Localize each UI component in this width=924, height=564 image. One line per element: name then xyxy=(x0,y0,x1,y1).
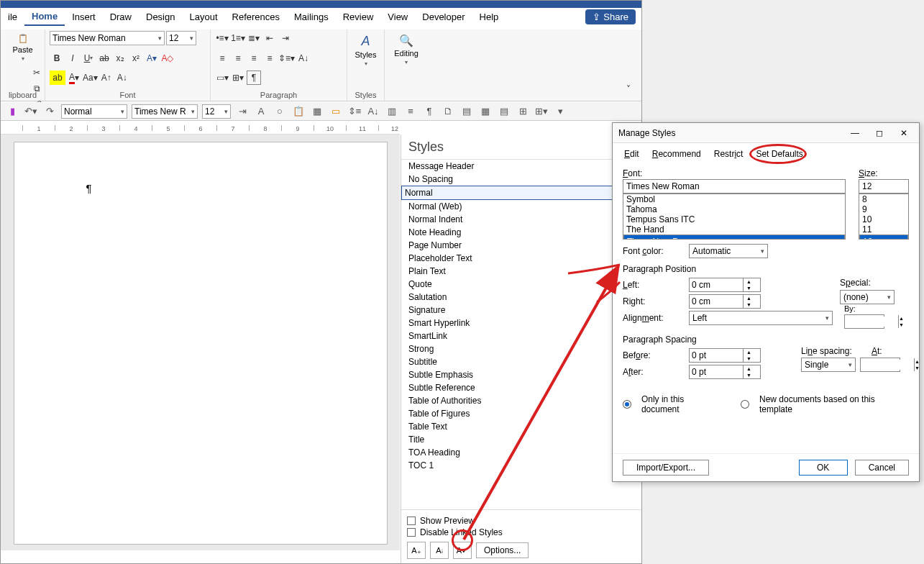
qat-layout-icon[interactable]: ⊞ xyxy=(516,104,530,119)
style-item[interactable]: Title¶a xyxy=(401,433,641,446)
style-item[interactable]: Normal (Web)¶ xyxy=(401,200,641,213)
font-option[interactable]: The Hand xyxy=(623,224,845,235)
style-item[interactable]: Subtle Emphasisa xyxy=(401,368,641,381)
styles-list[interactable]: Message Header¶aNo Spacing¶Normal¶Normal… xyxy=(401,160,641,509)
size-listbox[interactable]: 89101112 xyxy=(859,194,909,240)
show-marks-button[interactable]: ¶ xyxy=(247,70,261,85)
redo-button[interactable]: ↷ xyxy=(42,104,57,119)
manage-styles-button[interactable]: A✓ xyxy=(453,542,472,559)
superscript-button[interactable]: x² xyxy=(129,51,143,65)
tab-design[interactable]: Design xyxy=(139,9,182,25)
align-left-button[interactable]: ≡ xyxy=(215,51,229,65)
tab-home[interactable]: Home xyxy=(24,8,65,26)
size-input[interactable]: 12 xyxy=(859,179,909,194)
size-option[interactable]: 8 xyxy=(859,194,908,204)
tab-layout[interactable]: Layout xyxy=(182,9,224,25)
size-option[interactable]: 11 xyxy=(859,224,908,235)
shading-button[interactable]: ▭▾ xyxy=(215,70,229,85)
style-item[interactable]: SmartLinka xyxy=(401,329,641,342)
tab-developer[interactable]: Developer xyxy=(415,9,472,25)
paste-button[interactable]: Paste ▾ xyxy=(5,31,40,65)
qat-pilcrow-icon[interactable]: ¶ xyxy=(422,104,436,119)
bullets-button[interactable]: •≡▾ xyxy=(215,31,229,45)
cut-button[interactable]: ✂ xyxy=(29,65,44,80)
qat-list-icon[interactable]: ≡ xyxy=(403,104,418,119)
qat-image-icon[interactable]: ▦ xyxy=(310,104,324,119)
special-select[interactable]: (none)▾ xyxy=(840,290,895,304)
style-item[interactable]: Table of Figures¶ xyxy=(401,407,641,420)
cancel-button[interactable]: Cancel xyxy=(855,460,909,476)
font-family-combo[interactable]: Times New Roman▾ xyxy=(50,31,165,45)
font-listbox[interactable]: SymbolTahomaTempus Sans ITCThe HandTimes… xyxy=(623,194,846,240)
font-input[interactable]: Times New Roman xyxy=(623,179,846,194)
bold-button[interactable]: B xyxy=(50,51,64,65)
qat-break-icon[interactable]: ▤ xyxy=(459,104,474,119)
font-color-select[interactable]: Automatic▾ xyxy=(689,244,768,258)
line-spacing-button[interactable]: ⇕≡▾ xyxy=(278,51,295,65)
tab-mailings[interactable]: Mailings xyxy=(287,9,336,25)
tab-review[interactable]: Review xyxy=(336,9,381,25)
grow-font-button[interactable]: A↑ xyxy=(99,70,114,85)
style-item[interactable]: Note Heading¶a xyxy=(401,226,641,239)
tab-view[interactable]: View xyxy=(380,9,415,25)
left-indent-spinner[interactable]: ▲▼ xyxy=(689,278,761,292)
decrease-indent-button[interactable]: ⇤ xyxy=(262,31,277,45)
numbering-button[interactable]: 1≡▾ xyxy=(231,31,245,45)
only-this-document-radio[interactable] xyxy=(623,400,631,409)
alignment-select[interactable]: Left▾ xyxy=(689,311,833,325)
at-spinner[interactable]: ▲▼ xyxy=(860,358,900,372)
style-item[interactable]: Normal Indent¶ xyxy=(401,213,641,226)
clear-formatting-button[interactable]: A◇ xyxy=(160,51,175,65)
justify-button[interactable]: ≡ xyxy=(262,51,277,65)
new-documents-radio[interactable] xyxy=(741,400,749,409)
before-spinner[interactable]: ▲▼ xyxy=(689,348,761,363)
style-item[interactable]: Signature¶a xyxy=(401,304,641,317)
font-option[interactable]: Tahoma xyxy=(623,204,845,214)
style-item[interactable]: Subtle Referencea xyxy=(401,381,641,394)
style-inspector-button[interactable]: Aᵢ xyxy=(430,542,449,559)
show-preview-checkbox[interactable]: Show Preview xyxy=(407,516,636,526)
qat-doc-icon[interactable]: ▤ xyxy=(497,104,511,119)
qat-page-icon[interactable]: 🗋 xyxy=(441,104,455,119)
style-item[interactable]: Stronga xyxy=(401,342,641,355)
styles-gallery-button[interactable]: A Styles ▾ xyxy=(352,31,380,70)
share-button[interactable]: ⇪ Share xyxy=(585,9,636,24)
font-color-button[interactable]: A▾ xyxy=(67,70,81,85)
qat-paste-icon[interactable]: 📋 xyxy=(291,104,306,119)
style-item[interactable]: Plain Text¶a xyxy=(401,265,641,278)
increase-indent-button[interactable]: ⇥ xyxy=(278,31,293,45)
style-item[interactable]: Normal¶ xyxy=(401,186,641,200)
after-spinner[interactable]: ▲▼ xyxy=(689,365,761,379)
strikethrough-button[interactable]: ab xyxy=(97,51,111,65)
disable-linked-styles-checkbox[interactable]: Disable Linked Styles xyxy=(407,527,636,537)
size-option[interactable]: 12 xyxy=(859,235,908,240)
qat-circle-icon[interactable]: ○ xyxy=(273,104,287,119)
style-item[interactable]: Quote¶a xyxy=(401,278,641,291)
italic-button[interactable]: I xyxy=(65,51,80,65)
subscript-button[interactable]: x₂ xyxy=(113,51,127,65)
maximize-button[interactable]: ◻ xyxy=(870,128,889,138)
tab-insert[interactable]: Insert xyxy=(65,9,103,25)
tab-references[interactable]: References xyxy=(225,9,287,25)
new-style-button[interactable]: A₊ xyxy=(407,542,426,559)
size-option[interactable]: 9 xyxy=(859,204,908,214)
editing-button[interactable]: 🔍 Editing ▾ xyxy=(389,31,424,68)
style-item[interactable]: Placeholder Texta xyxy=(401,252,641,265)
style-item[interactable]: Subtitle¶a xyxy=(401,355,641,368)
qat-more-icon[interactable]: ▾ xyxy=(553,104,567,119)
font-option[interactable]: Times New Roman xyxy=(623,235,845,240)
line-spacing-select[interactable]: Single▾ xyxy=(801,358,856,372)
dialog-tab-recommend[interactable]: Recommend xyxy=(651,147,703,160)
multilevel-list-button[interactable]: ≣▾ xyxy=(247,31,261,45)
tab-draw[interactable]: Draw xyxy=(103,9,139,25)
align-right-button[interactable]: ≡ xyxy=(247,51,261,65)
style-item[interactable]: Table of Authorities¶ xyxy=(401,394,641,407)
size-option[interactable]: 10 xyxy=(859,214,908,224)
style-item[interactable]: Salutation¶a xyxy=(401,291,641,304)
qat-table-icon[interactable]: ⊞▾ xyxy=(534,104,549,119)
qat-sort-icon[interactable]: A↓ xyxy=(366,104,380,119)
ribbon-collapse-button[interactable]: ˅ xyxy=(621,82,636,96)
dialog-tab-set-defaults[interactable]: Set Defaults xyxy=(754,147,804,160)
align-center-button[interactable]: ≡ xyxy=(231,51,245,65)
style-item[interactable]: Smart Hyperlinka xyxy=(401,317,641,329)
